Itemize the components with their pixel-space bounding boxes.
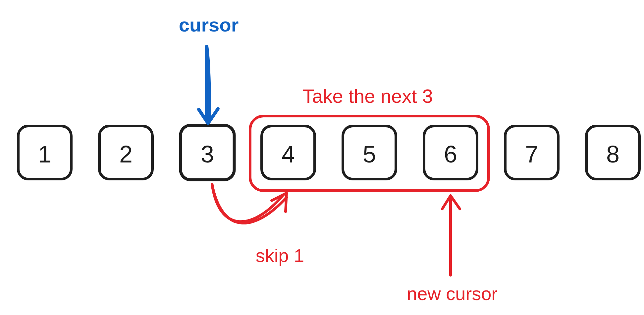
- box-1: 1: [18, 126, 71, 179]
- box-2-label: 2: [119, 141, 133, 167]
- box-7-label: 7: [525, 141, 538, 167]
- take-next-label: Take the next 3: [302, 85, 433, 107]
- box-8: 8: [586, 126, 639, 179]
- new-cursor-arrow: [442, 196, 460, 275]
- box-8-label: 8: [606, 141, 619, 167]
- box-7: 7: [505, 126, 558, 179]
- box-6-label: 6: [444, 141, 457, 167]
- box-4: 4: [262, 126, 315, 179]
- cursor-label: cursor: [179, 14, 239, 35]
- box-5: 5: [343, 126, 396, 179]
- new-cursor-label: new cursor: [407, 283, 498, 304]
- skip-label: skip 1: [256, 245, 304, 266]
- box-1-label: 1: [38, 141, 51, 167]
- box-2: 2: [99, 126, 152, 179]
- box-3: 3: [181, 125, 234, 180]
- box-4-label: 4: [282, 141, 295, 167]
- box-6: 6: [424, 126, 477, 179]
- box-5-label: 5: [363, 141, 376, 167]
- box-3-label: 3: [201, 141, 214, 167]
- cursor-arrow: [199, 46, 218, 123]
- pagination-cursor-diagram: 1 2 3 4 5 6 7 8 cursor Take the: [0, 0, 644, 315]
